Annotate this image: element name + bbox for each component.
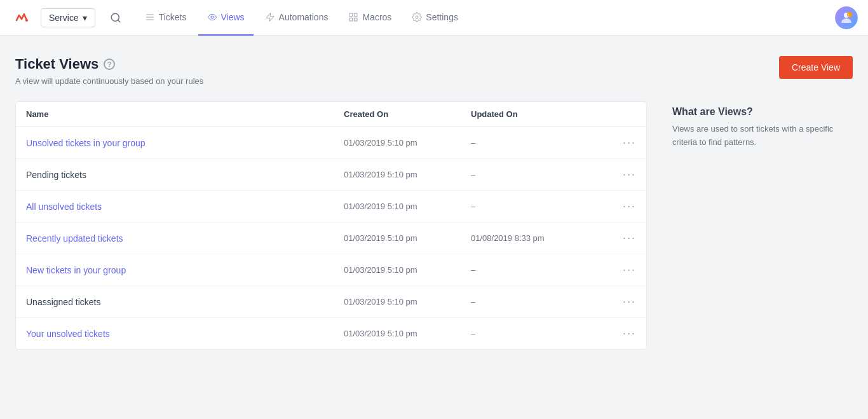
main-nav: Tickets Views Automations Macros <box>136 0 835 36</box>
create-view-button[interactable]: Create View <box>779 56 853 79</box>
row-actions: ··· <box>598 168 636 181</box>
row-updated-date: 01/08/2019 8:33 pm <box>471 233 598 243</box>
sidebar-info: What are Views? Views are used to sort t… <box>662 101 853 350</box>
row-actions: ··· <box>598 136 636 149</box>
page-title-text: Ticket Views <box>15 56 98 72</box>
row-name: Unassigned tickets <box>26 297 344 307</box>
row-name: Pending tickets <box>26 170 344 180</box>
row-more-button[interactable]: ··· <box>623 295 636 308</box>
page-title-area: Ticket Views ? A view will update contin… <box>15 56 203 86</box>
svg-rect-7 <box>355 13 358 17</box>
row-actions: ··· <box>598 231 636 245</box>
row-more-button[interactable]: ··· <box>623 200 636 213</box>
col-actions <box>598 109 636 119</box>
nav-item-automations[interactable]: Automations <box>256 0 337 36</box>
row-updated-date: – <box>471 202 598 211</box>
row-actions: ··· <box>598 295 636 308</box>
page-title: Ticket Views ? <box>15 56 203 72</box>
nav-label-views: Views <box>221 12 245 22</box>
table-body: Unsolved tickets in your group01/03/2019… <box>16 127 646 349</box>
svg-point-1 <box>25 19 28 22</box>
row-more-button[interactable]: ··· <box>623 327 636 340</box>
row-created-date: 01/03/2019 5:10 pm <box>344 233 471 243</box>
page-subtitle: A view will update continuously based on… <box>15 76 203 86</box>
svg-rect-9 <box>355 18 358 21</box>
table-row: Recently updated tickets01/03/2019 5:10 … <box>16 223 646 254</box>
row-actions: ··· <box>598 200 636 213</box>
row-updated-date: – <box>471 297 598 306</box>
svg-rect-6 <box>349 13 353 17</box>
table-row: Unassigned tickets01/03/2019 5:10 pm–··· <box>16 286 646 318</box>
col-created: Created On <box>344 109 471 119</box>
page-header: Ticket Views ? A view will update contin… <box>15 56 853 86</box>
row-created-date: 01/03/2019 5:10 pm <box>344 170 471 179</box>
views-table: Name Created On Updated On Unsolved tick… <box>15 101 647 350</box>
info-title: What are Views? <box>672 106 853 118</box>
nav-label-settings: Settings <box>426 12 458 22</box>
nav-label-macros: Macros <box>362 12 391 22</box>
nav-item-tickets[interactable]: Tickets <box>136 0 196 36</box>
table-row: Unsolved tickets in your group01/03/2019… <box>16 127 646 159</box>
row-more-button[interactable]: ··· <box>623 231 636 245</box>
svg-rect-8 <box>349 18 353 21</box>
navbar: Service ▾ Tickets Views Automati <box>0 0 868 36</box>
nav-item-settings[interactable]: Settings <box>403 0 467 36</box>
table-row: Your unsolved tickets01/03/2019 5:10 pm–… <box>16 318 646 349</box>
row-more-button[interactable]: ··· <box>623 136 636 149</box>
search-button[interactable] <box>105 8 126 28</box>
row-created-date: 01/03/2019 5:10 pm <box>344 329 471 338</box>
table-row: Pending tickets01/03/2019 5:10 pm–··· <box>16 159 646 191</box>
svg-point-10 <box>416 16 418 18</box>
app-logo[interactable] <box>10 6 33 29</box>
table-row: All unsolved tickets01/03/2019 5:10 pm–·… <box>16 191 646 223</box>
row-name[interactable]: New tickets in your group <box>26 265 344 275</box>
nav-label-automations: Automations <box>279 12 329 22</box>
service-label: Service <box>49 13 79 23</box>
table-section: Name Created On Updated On Unsolved tick… <box>15 101 647 350</box>
nav-item-views[interactable]: Views <box>198 0 254 36</box>
info-text: Views are used to sort tickets with a sp… <box>672 123 853 149</box>
row-actions: ··· <box>598 327 636 340</box>
col-name: Name <box>26 109 344 119</box>
svg-line-3 <box>118 20 119 22</box>
row-updated-date: – <box>471 265 598 275</box>
row-actions: ··· <box>598 263 636 277</box>
row-name[interactable]: Unsolved tickets in your group <box>26 138 344 148</box>
row-more-button[interactable]: ··· <box>623 263 636 277</box>
row-created-date: 01/03/2019 5:10 pm <box>344 138 471 148</box>
user-avatar[interactable]: ! <box>835 6 858 29</box>
row-updated-date: – <box>471 329 598 338</box>
main-content: Ticket Views ? A view will update contin… <box>0 36 868 419</box>
row-name[interactable]: Your unsolved tickets <box>26 329 344 339</box>
svg-point-4 <box>211 16 214 18</box>
row-created-date: 01/03/2019 5:10 pm <box>344 265 471 275</box>
row-created-date: 01/03/2019 5:10 pm <box>344 297 471 306</box>
row-name[interactable]: All unsolved tickets <box>26 202 344 212</box>
row-updated-date: – <box>471 170 598 179</box>
table-header: Name Created On Updated On <box>16 102 646 127</box>
row-created-date: 01/03/2019 5:10 pm <box>344 202 471 211</box>
table-row: New tickets in your group01/03/2019 5:10… <box>16 254 646 286</box>
row-updated-date: – <box>471 138 598 148</box>
content-layout: Name Created On Updated On Unsolved tick… <box>15 101 853 350</box>
help-icon[interactable]: ? <box>104 58 115 70</box>
col-updated: Updated On <box>471 109 598 119</box>
nav-item-macros[interactable]: Macros <box>339 0 400 36</box>
dropdown-chevron-icon: ▾ <box>83 13 87 23</box>
row-name[interactable]: Recently updated tickets <box>26 233 344 244</box>
nav-label-tickets: Tickets <box>159 12 187 22</box>
row-more-button[interactable]: ··· <box>623 168 636 181</box>
service-selector[interactable]: Service ▾ <box>41 8 95 27</box>
svg-marker-5 <box>266 13 274 21</box>
